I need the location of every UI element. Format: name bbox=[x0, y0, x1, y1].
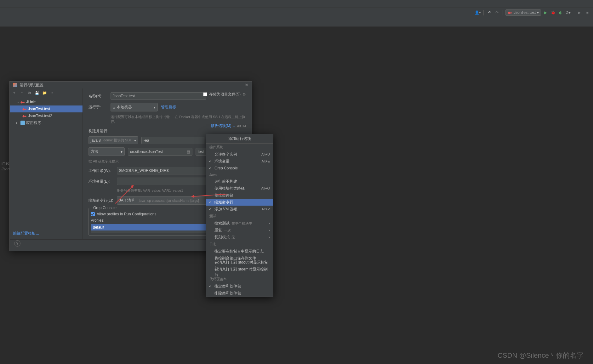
workdir-input[interactable] bbox=[117, 167, 208, 174]
junit-icon: ◆▸ bbox=[22, 107, 27, 111]
store-label: 存储为项目文件(S) bbox=[209, 92, 241, 97]
check-icon: ✓ bbox=[209, 159, 212, 163]
name-input[interactable] bbox=[111, 92, 206, 100]
check-icon: ✓ bbox=[209, 200, 212, 204]
popup-env-vars[interactable]: ✓环境变量Alt+E bbox=[206, 158, 273, 165]
popup-section-java: Java bbox=[206, 172, 273, 178]
popup-shorten-cmdline[interactable]: ✓缩短命令行 bbox=[206, 199, 273, 206]
jre-select[interactable]: java 8 'demo' 模块的 SDI ▾ bbox=[88, 136, 138, 144]
popup-search-test[interactable]: 搜索测试在单个模块中› bbox=[206, 220, 273, 227]
popup-include-cov[interactable]: ✓指定类和软件包 bbox=[206, 283, 273, 290]
run-on-hint: 运行配置可以在本地或目标上执行: 例如，在 Docker 容器中或使用 SSH … bbox=[111, 115, 246, 124]
jre-hint: 'demo' 模块的 SDI bbox=[103, 138, 131, 143]
allow-profiles-label: Allow profiles in Run Configurations bbox=[97, 212, 156, 216]
popup-repeat[interactable]: 重复一次› bbox=[206, 227, 273, 234]
home-icon: ⌂ bbox=[113, 105, 115, 110]
class-value: cn.silence.JsonTest bbox=[130, 150, 163, 154]
run-on-select[interactable]: ⌂ 本地机器 ▾ bbox=[111, 103, 158, 111]
check-icon: ✓ bbox=[209, 207, 212, 211]
run-config-dropdown[interactable]: ◆▸ JsonTest.test ▾ bbox=[505, 9, 541, 16]
popup-section-os: 操作系统 bbox=[206, 144, 273, 151]
popup-add-vm[interactable]: ✓添加 VM 选项Alt+V bbox=[206, 206, 273, 213]
test-kind-value: 方法 bbox=[91, 149, 98, 154]
profile-icon[interactable]: ⊙▾ bbox=[565, 9, 571, 16]
tree-label: JsonTest.test2 bbox=[28, 114, 52, 118]
popup-stderr[interactable]: 在消息打印到 stderr 时显示控制台 bbox=[206, 269, 273, 276]
application-icon bbox=[20, 121, 25, 125]
modify-options-link[interactable]: 修改选项(M) ⌄ Alt+M bbox=[211, 123, 246, 128]
run-on-value: 本地机器 bbox=[117, 105, 132, 110]
junit-icon: ◆▸ bbox=[22, 114, 27, 118]
browse-icon[interactable]: ▦ bbox=[187, 150, 190, 154]
popup-section-log: 日志 bbox=[206, 241, 273, 248]
intellij-icon bbox=[13, 83, 17, 87]
tree-label: JUnit bbox=[26, 100, 36, 104]
store-checkbox[interactable] bbox=[203, 92, 207, 96]
separator bbox=[574, 10, 574, 15]
chevron-down-icon: ⌄ bbox=[233, 124, 236, 128]
popup-grep-console[interactable]: ✓Grep Console bbox=[206, 165, 273, 172]
config-tree: ⌄ ◆▸ JUnit ◆▸ JsonTest.test ◆▸ JsonTest.… bbox=[10, 97, 83, 228]
class-input[interactable]: cn.silence.JsonTest ▦ bbox=[128, 148, 192, 156]
popup-log-console[interactable]: 指定要在控制台中显示的日志 bbox=[206, 248, 273, 255]
manage-targets-link[interactable]: 管理目标… bbox=[161, 105, 180, 110]
tree-item-jsontest2[interactable]: ◆▸ JsonTest.test2 bbox=[10, 112, 83, 119]
shorten-select[interactable]: JAR 清单 - java -cp classpath.jar classNam… bbox=[117, 196, 208, 205]
code-text: imet Json bbox=[2, 161, 9, 172]
user-icon[interactable]: 👤▾ bbox=[475, 9, 481, 16]
vm-options-input[interactable] bbox=[141, 137, 204, 144]
forward-icon[interactable]: ↷ bbox=[494, 9, 500, 16]
junit-icon: ◆▸ bbox=[20, 100, 25, 104]
sort-icon[interactable]: ↕ bbox=[49, 90, 54, 95]
popup-section-test: 测试 bbox=[206, 213, 273, 220]
run-icon[interactable]: ▶ bbox=[542, 9, 549, 16]
gear-icon[interactable]: ⚙ bbox=[242, 92, 246, 97]
copy-icon[interactable]: ⧉ bbox=[27, 90, 32, 95]
config-sidebar: ＋ － ⧉ 💾 📁 ↕ ⌄ ◆▸ JUnit ◆▸ JsonTest.test bbox=[10, 88, 83, 239]
folder-icon[interactable]: 📁 bbox=[42, 90, 47, 95]
debug-icon[interactable]: 🐞 bbox=[550, 9, 556, 16]
shorten-value: JAR 清单 bbox=[119, 198, 135, 203]
remove-icon[interactable]: － bbox=[19, 90, 24, 95]
editor-tabs[interactable] bbox=[0, 17, 131, 27]
popup-no-build[interactable]: 运行前不构建 bbox=[206, 178, 273, 185]
dialog-header[interactable]: 运行/调试配置 ✕ bbox=[10, 82, 252, 88]
popup-exclude-cov[interactable]: 排除类和软件包 bbox=[206, 290, 273, 297]
tree-application[interactable]: › 应用程序 bbox=[10, 119, 83, 126]
tree-item-jsontest[interactable]: ◆▸ JsonTest.test bbox=[10, 105, 83, 112]
help-icon[interactable]: ? bbox=[14, 240, 20, 247]
main-toolbar: 👤▾ ↶ ↷ ◆▸ JsonTest.test ▾ ▶ 🐞 ◐ ⊙▾ ▶. ■ bbox=[0, 8, 593, 17]
back-icon[interactable]: ↶ bbox=[486, 9, 493, 16]
popup-allow-multi[interactable]: 允许多个实例Alt+U bbox=[206, 151, 273, 158]
close-icon[interactable]: ✕ bbox=[245, 82, 248, 88]
grep-title: Grep Console bbox=[92, 206, 118, 210]
junit-icon: ◆▸ bbox=[508, 10, 512, 15]
chevron-right-icon: › bbox=[269, 221, 270, 225]
run-on-label: 运行于: bbox=[88, 105, 107, 110]
separator bbox=[503, 10, 503, 15]
store-as-project-file[interactable]: 存储为项目文件(S) ⚙ bbox=[203, 92, 246, 97]
stop-icon[interactable]: ■ bbox=[584, 9, 590, 16]
run-config-name: JsonTest.test bbox=[514, 10, 536, 15]
coverage-icon[interactable]: ◐ bbox=[557, 9, 564, 16]
add-run-options-popup: 添加运行选项 操作系统 允许多个实例Alt+U ✓环境变量Alt+E ✓Grep… bbox=[206, 134, 273, 297]
editor-tabs-right[interactable] bbox=[131, 17, 593, 27]
popup-fork[interactable]: 复刻模式无› bbox=[206, 234, 273, 241]
edit-templates-link[interactable]: 编辑配置模板… bbox=[10, 228, 83, 239]
popup-module-cp[interactable]: 使用模块的类路径Alt+O bbox=[206, 185, 273, 192]
check-icon: ✓ bbox=[209, 284, 212, 288]
allow-profiles-checkbox[interactable] bbox=[91, 212, 95, 216]
add-icon[interactable]: ＋ bbox=[12, 90, 17, 95]
env-input[interactable] bbox=[117, 178, 208, 185]
titlebar bbox=[0, 0, 593, 8]
chevron-down-icon: ▾ bbox=[154, 105, 156, 110]
test-kind-select[interactable]: 方法 ▾ bbox=[88, 147, 125, 156]
popup-modify-cp[interactable]: 修改类路径 bbox=[206, 192, 273, 199]
chevron-down-icon: ⌄ bbox=[16, 100, 19, 104]
tree-label: JsonTest.test bbox=[28, 107, 50, 111]
attach-icon[interactable]: ▶. bbox=[577, 9, 583, 16]
tree-junit[interactable]: ⌄ ◆▸ JUnit bbox=[10, 99, 83, 105]
chevron-right-icon: › bbox=[16, 121, 19, 125]
jre-value: java 8 bbox=[91, 138, 101, 143]
save-template-icon[interactable]: 💾 bbox=[34, 90, 39, 95]
